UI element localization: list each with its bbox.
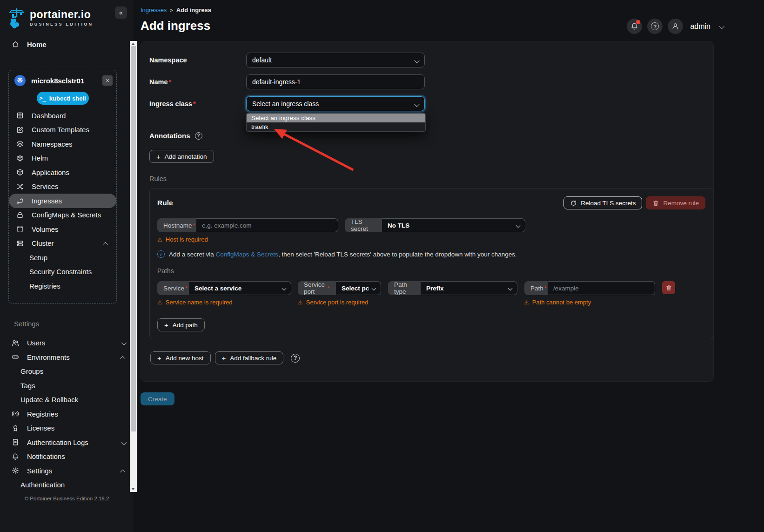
path-type-value: Prefix [426,285,444,292]
sidebar-item-label: Notifications [27,452,65,460]
sidebar-item-cluster-registries[interactable]: Registries [9,279,116,293]
brand-edition: BUSINESS EDITION [30,22,93,27]
avatar[interactable] [668,19,683,34]
service-port-select[interactable]: Select port [336,281,381,295]
sidebar-item-label: Registries [27,410,58,418]
sidebar-item-label: Settings [27,467,52,475]
tls-secret-value: No TLS [388,222,409,229]
sidebar-item-dashboard[interactable]: Dashboard [9,108,116,123]
logo-text: portainer.io BUSINESS EDITION [30,8,93,27]
scroll-down-arrow-icon[interactable] [131,488,135,490]
add-path-button[interactable]: + Add path [157,318,205,331]
fallback-help-icon[interactable]: ? [291,354,300,363]
broadcast-icon [11,410,20,418]
sidebar-item-users[interactable]: Users [0,336,134,350]
plus-icon: + [164,321,168,329]
breadcrumb-current: Add ingress [176,7,211,13]
service-port-addon-label: Service port* [298,281,336,295]
chevron-up-icon [104,239,108,247]
service-port-group: Service port* Select port [298,281,381,295]
add-fallback-rule-button[interactable]: + Add fallback rule [215,351,284,364]
sidebar-item-environments[interactable]: Environments [0,350,134,364]
hostname-input[interactable]: e.g. example.com [196,218,338,232]
sidebar-collapse-button[interactable]: « [115,7,127,19]
sidebar-item-groups[interactable]: Groups [0,364,134,379]
sidebar-item-authentication[interactable]: Authentication [0,478,134,492]
name-label: Name* [149,78,246,86]
service-port-value: Select port [342,285,369,292]
sidebar-item-notifications[interactable]: Notifications [0,450,134,464]
name-input[interactable]: default-ingress-1 [246,74,425,89]
help-button[interactable]: ? [647,19,663,34]
path-errors-row: ⚠ Service name is required ⚠ Service por… [157,299,705,306]
sidebar-item-tags[interactable]: Tags [0,378,134,393]
warning-icon: ⚠ [157,236,162,243]
sidebar-item-settings[interactable]: Settings [0,464,134,478]
notifications-button[interactable] [627,19,642,34]
kubectl-shell-button[interactable]: >_ kubectl shell [37,92,89,105]
namespace-select[interactable]: default [246,53,425,67]
sidebar: portainer.io BUSINESS EDITION « Home ☸ m… [0,0,134,532]
sidebar-item-security-constraints[interactable]: Security Constraints [9,265,116,279]
rule-card: Rule Reload TLS secrets Remove rule [149,188,713,339]
ingress-class-value: Select an ingress class [252,100,319,108]
chevron-down-icon[interactable] [719,23,723,30]
license-icon [11,424,20,432]
sidebar-item-volumes[interactable]: Volumes [9,222,116,236]
sidebar-item-ingresses[interactable]: Ingresses [9,194,116,208]
dropdown-option-placeholder[interactable]: Select an ingress class [247,114,425,122]
lock-icon [16,211,24,219]
sidebar-item-namespaces[interactable]: Namespaces [9,137,116,151]
scrollbar-thumb[interactable] [131,46,136,431]
portainer-app: portainer.io BUSINESS EDITION « Home ☸ m… [0,0,764,532]
host-required-warning: ⚠ Host is required [157,236,705,243]
environment-menu: Dashboard Custom Templates Namespaces He… [9,108,116,293]
annotations-help-icon[interactable]: ? [195,132,202,140]
configmaps-secrets-link[interactable]: ConfigMaps & Secrets [216,251,278,258]
remove-rule-button[interactable]: Remove rule [646,196,705,209]
breadcrumb-ingresses-link[interactable]: Ingresses [141,7,167,13]
sidebar-item-services[interactable]: Services [9,180,116,194]
service-group: Service* Select a service [157,281,291,295]
home-icon [11,40,20,48]
scroll-up-arrow-icon[interactable] [131,43,135,45]
tls-secret-addon-label: TLS secret [345,218,382,232]
path-type-select[interactable]: Prefix [421,281,517,295]
sidebar-item-setup[interactable]: Setup [9,250,116,265]
add-annotation-button[interactable]: + Add annotation [149,150,214,163]
sidebar-item-helm[interactable]: Helm [9,151,116,166]
remove-path-button[interactable] [662,281,675,294]
service-addon-label: Service* [157,281,189,295]
environment-close-button[interactable]: × [102,75,113,86]
sidebar-scrollbar[interactable] [130,41,137,492]
path-empty-warning: ⚠ Path cannot be empty [524,299,591,306]
sidebar-item-cluster[interactable]: Cluster [9,236,116,251]
sidebar-item-label: Authentication [20,481,65,489]
user-menu-name[interactable]: admin [690,22,710,31]
sidebar-item-licenses[interactable]: Licenses [0,421,134,436]
ingress-class-select[interactable]: Select an ingress class [246,96,425,111]
path-type-addon-label: Path type [388,281,421,295]
add-new-host-button[interactable]: + Add new host [150,351,211,364]
sidebar-item-home[interactable]: Home [0,36,134,52]
required-asterisk: * [193,222,195,229]
warning-icon: ⚠ [298,299,303,306]
sidebar-item-label: ConfigMaps & Secrets [32,211,101,219]
dropdown-option-traefik[interactable]: traefik [247,122,425,131]
sidebar-item-custom-templates[interactable]: Custom Templates [9,123,116,137]
rule-actions: Reload TLS secrets Remove rule [563,196,705,209]
service-select[interactable]: Select a service [189,281,291,295]
document-icon [11,438,20,446]
path-input[interactable]: /example [548,281,655,295]
create-button[interactable]: Create [141,392,174,405]
sidebar-item-update-rollback[interactable]: Update & Rollback [0,393,134,407]
sidebar-item-authentication-logs[interactable]: Authentication Logs [0,435,134,450]
hostname-group: Hostname* e.g. example.com [157,218,338,232]
reload-tls-secrets-button[interactable]: Reload TLS secrets [563,196,642,209]
sidebar-item-applications[interactable]: Applications [9,165,116,180]
sidebar-item-configmaps-secrets[interactable]: ConfigMaps & Secrets [9,208,116,222]
question-icon: ? [651,22,659,30]
tls-secret-select[interactable]: No TLS [382,218,525,232]
hostname-row: Hostname* e.g. example.com TLS secret No… [157,218,705,232]
sidebar-item-registries[interactable]: Registries [0,407,134,421]
